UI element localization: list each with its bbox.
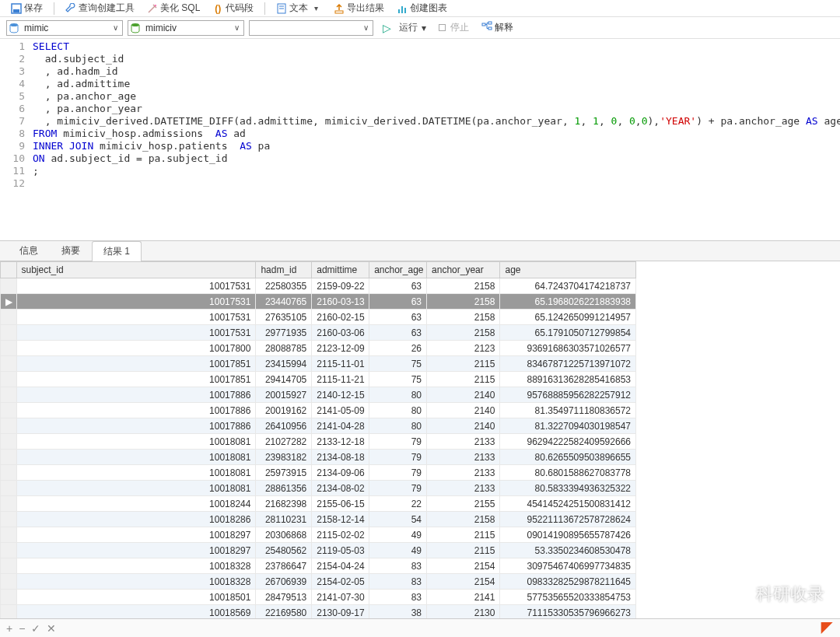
column-header[interactable]: anchor_age: [369, 262, 427, 278]
table-row[interactable]: 10018081210272822133-12-1879213396294222…: [1, 434, 636, 450]
table-row[interactable]: 10017851294147052115-11-2175211588916313…: [1, 372, 636, 387]
table-row[interactable]: 10018286281102312158-12-1454215895221113…: [1, 512, 636, 527]
column-header[interactable]: hadm_id: [256, 262, 312, 278]
svg-rect-1: [13, 9, 19, 12]
table-row[interactable]: 10017531297719352160-03-0663215865.17910…: [1, 325, 636, 341]
table-row[interactable]: 10017886264109562141-04-2880214081.32270…: [1, 418, 636, 434]
result-grid-wrap[interactable]: subject_idhadm_idadmittimeanchor_ageanch…: [0, 261, 840, 619]
tab-result[interactable]: 结果 1: [92, 241, 142, 261]
parens-icon: (): [212, 3, 223, 14]
table-row[interactable]: 10017886200191622141-05-0980214081.35497…: [1, 403, 636, 418]
svg-point-2: [155, 5, 156, 6]
save-icon: [11, 3, 22, 14]
svg-rect-7: [398, 9, 400, 13]
svg-point-11: [131, 23, 139, 26]
table-row[interactable]: 10018297254805622119-05-0349211553.33502…: [1, 543, 636, 558]
table-row[interactable]: 10017851234159942115-11-0175211583467871…: [1, 356, 636, 372]
table-row[interactable]: ▶10017531234407652160-03-1363215865.1968…: [1, 294, 636, 310]
export-icon: [334, 3, 345, 14]
table-row[interactable]: 10017531225803552159-09-2263215864.72437…: [1, 278, 636, 294]
svg-rect-12: [482, 23, 485, 26]
run-button[interactable]: 运行▾: [394, 19, 431, 36]
table-row[interactable]: 10018081239831822134-08-1879213380.62655…: [1, 450, 636, 465]
column-header[interactable]: admittime: [312, 262, 369, 278]
svg-rect-9: [404, 8, 406, 13]
svg-rect-6: [335, 11, 343, 13]
table-row[interactable]: 10017531276351052160-02-1563215865.12426…: [1, 310, 636, 325]
table-row[interactable]: 10018297203068682115-02-0249211509014190…: [1, 527, 636, 543]
table-row[interactable]: 10018328267069392154-02-0583215409833282…: [1, 574, 636, 590]
cancel-button[interactable]: ✕: [47, 622, 56, 635]
table-row[interactable]: 10018244216823982155-06-1522215545414524…: [1, 496, 636, 512]
table-row[interactable]: 10018081259739152134-09-0679213380.68015…: [1, 465, 636, 481]
explain-icon: [481, 21, 492, 34]
line-gutter: 123456789101112: [0, 39, 30, 240]
statusbar: + − ✓ ✕: [0, 618, 840, 637]
code-area[interactable]: SELECT ad.subject_id , ad.hadm_id , ad.a…: [30, 39, 840, 240]
tab-summary[interactable]: 摘要: [50, 240, 92, 261]
add-row-button[interactable]: +: [6, 622, 12, 635]
footer-logo: ◤: [821, 618, 832, 635]
column-header[interactable]: age: [500, 262, 636, 278]
db-icon: [9, 23, 19, 33]
svg-rect-8: [401, 6, 403, 13]
stop-icon: [439, 24, 446, 31]
svg-point-10: [10, 23, 18, 26]
table-row[interactable]: 10017886200159272140-12-1580214095768885…: [1, 387, 636, 403]
chart-button[interactable]: 创建图表: [392, 0, 452, 16]
grid-header-row: subject_idhadm_idadmittimeanchor_ageanch…: [1, 262, 636, 278]
table-row[interactable]: 10018501284795132141-07-3083214157753565…: [1, 590, 636, 605]
schema-combo[interactable]: ∨: [249, 20, 373, 36]
export-button[interactable]: 导出结果: [329, 0, 389, 16]
doc-icon: [276, 3, 287, 14]
explain-button[interactable]: 解释: [477, 19, 518, 36]
svg-rect-13: [488, 22, 492, 24]
sql-editor[interactable]: 123456789101112 SELECT ad.subject_id , a…: [0, 39, 840, 241]
table-row[interactable]: 10018569221695802130-09-1738213071115330…: [1, 605, 636, 620]
magic-icon: [147, 3, 158, 14]
save-button[interactable]: 保存: [6, 0, 47, 16]
wrench-icon: [65, 3, 76, 14]
beautify-button[interactable]: 美化 SQL: [142, 0, 205, 16]
table-row[interactable]: 10018328237866472154-04-2483215430975467…: [1, 558, 636, 574]
chart-icon: [397, 3, 408, 14]
table-row[interactable]: 10018081288613562134-08-0279213380.58333…: [1, 481, 636, 496]
chevron-down-icon[interactable]: ∨: [231, 23, 242, 32]
toolbar-top: 保存 查询创建工具 美化 SQL () 代码段 文本 ▾ 导出结果 创建图表: [0, 0, 840, 17]
snippet-button[interactable]: () 代码段: [208, 0, 258, 16]
text-button[interactable]: 文本 ▾: [271, 0, 326, 16]
tab-info[interactable]: 信息: [8, 240, 50, 261]
query-tool-button[interactable]: 查询创建工具: [61, 0, 139, 16]
database-combo[interactable]: mimiciv ∨: [128, 20, 244, 36]
chevron-down-icon[interactable]: ∨: [360, 23, 371, 32]
chevron-down-icon[interactable]: ▾: [310, 4, 321, 12]
delete-row-button[interactable]: −: [19, 622, 25, 635]
table-row[interactable]: 10017800280887852123-12-0926212393691686…: [1, 341, 636, 356]
column-header[interactable]: anchor_year: [427, 262, 500, 278]
chevron-down-icon[interactable]: ∨: [110, 23, 121, 32]
db-green-icon: [130, 23, 141, 33]
apply-button[interactable]: ✓: [31, 622, 40, 635]
svg-rect-14: [488, 27, 492, 30]
result-grid[interactable]: subject_idhadm_idadmittimeanchor_ageanch…: [0, 261, 636, 619]
toolbar-conn: mimic ∨ mimiciv ∨ ∨ ▷ 运行▾ 停止 解释: [0, 17, 840, 39]
column-header[interactable]: subject_id: [16, 262, 256, 278]
stop-button[interactable]: 停止: [434, 19, 474, 36]
result-tabs: 信息 摘要 结果 1: [0, 241, 840, 261]
play-icon[interactable]: ▷: [383, 22, 391, 34]
connection-combo[interactable]: mimic ∨: [6, 20, 123, 36]
